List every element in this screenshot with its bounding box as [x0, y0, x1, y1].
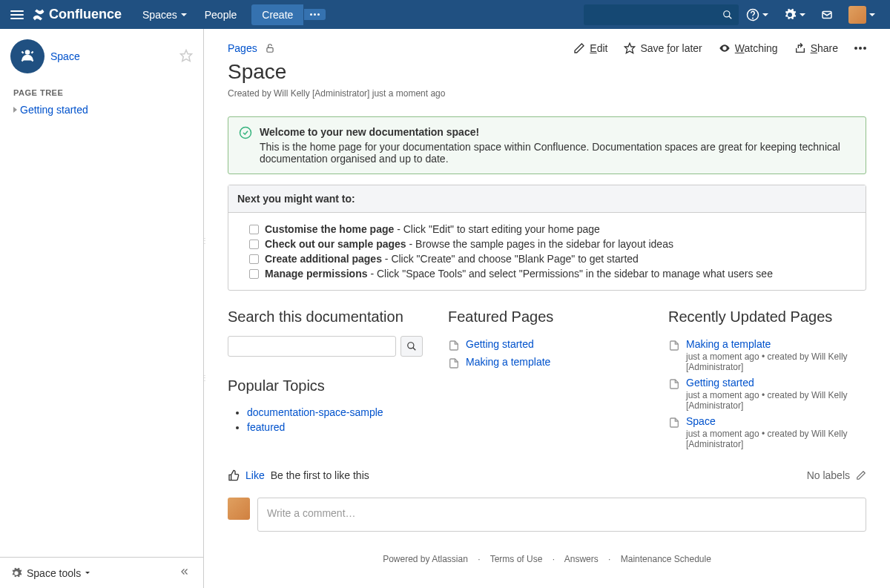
thumbs-up-icon: [228, 469, 240, 481]
notifications-icon[interactable]: [813, 8, 841, 22]
doc-search-input[interactable]: [228, 336, 396, 357]
no-labels-text: No labels: [807, 469, 850, 481]
search-heading: Search this documentation: [228, 308, 426, 326]
comment-input[interactable]: Write a comment…: [257, 498, 866, 532]
edit-labels-icon[interactable]: [856, 470, 866, 480]
page-row: Getting startedjust a moment ago • creat…: [668, 374, 866, 413]
more-actions-button[interactable]: [854, 47, 866, 50]
watching-button[interactable]: Watching: [719, 42, 778, 54]
page-link[interactable]: Making a template: [686, 338, 771, 350]
checklist-item: Manage permissions - Click "Space Tools"…: [249, 266, 857, 281]
space-logo-icon[interactable]: [10, 39, 44, 73]
global-search-input[interactable]: [590, 9, 722, 20]
confluence-logo[interactable]: Confluence: [31, 7, 122, 22]
like-count-text: Be the first to like this: [271, 469, 369, 481]
app-switcher-icon[interactable]: [7, 6, 27, 24]
nav-people[interactable]: People: [196, 3, 246, 27]
checkbox[interactable]: [249, 254, 259, 264]
space-name-link[interactable]: Space: [50, 50, 174, 62]
topic-link[interactable]: documentation-space-sample: [247, 406, 383, 418]
create-more-button[interactable]: [304, 9, 326, 20]
page-icon: [448, 357, 460, 369]
page-icon: [668, 417, 680, 429]
page-meta: just a moment ago • created by Will Kell…: [686, 429, 866, 449]
page-row: Making a template: [448, 354, 646, 371]
svg-rect-7: [267, 47, 273, 52]
nav-spaces[interactable]: Spaces: [134, 3, 196, 27]
like-button[interactable]: Like: [245, 469, 265, 481]
list-item: documentation-space-sample: [247, 405, 426, 420]
page-link[interactable]: Space: [686, 415, 716, 427]
star-icon[interactable]: [179, 49, 193, 65]
search-icon: [406, 341, 417, 351]
edit-button[interactable]: EEditdit: [573, 42, 607, 54]
tree-item: Getting started: [0, 102, 203, 118]
settings-icon[interactable]: [776, 8, 813, 22]
svg-point-0: [724, 10, 730, 16]
svg-line-1: [729, 16, 732, 19]
recent-heading: Recently Updated Pages: [668, 308, 866, 326]
check-circle-icon: [239, 126, 252, 139]
footer-answers[interactable]: Answers: [564, 554, 599, 564]
recent-column: Recently Updated Pages Making a template…: [668, 308, 866, 452]
page-icon: [448, 340, 460, 351]
featured-column: Featured Pages Getting startedMaking a t…: [448, 308, 646, 452]
pencil-icon: [573, 42, 585, 54]
checkbox[interactable]: [249, 269, 259, 279]
svg-marker-6: [181, 50, 192, 61]
unlock-icon[interactable]: [265, 43, 275, 53]
search-column: Search this documentation Popular Topics…: [228, 308, 426, 452]
brand-text: Confluence: [49, 7, 122, 22]
sidebar: Space PAGE TREE Getting started ⋮ ⋮ Spac…: [0, 29, 204, 588]
global-search[interactable]: [584, 4, 739, 25]
page-row: Spacejust a moment ago • created by Will…: [668, 413, 866, 452]
svg-line-11: [413, 348, 416, 351]
space-header: Space: [0, 29, 203, 81]
page-link[interactable]: Getting started: [466, 338, 534, 350]
breadcrumb-pages[interactable]: Pages: [228, 42, 257, 54]
topic-link[interactable]: featured: [247, 421, 285, 433]
svg-point-10: [408, 343, 414, 348]
next-steps-panel: Next you might want to: Customise the ho…: [228, 185, 866, 291]
collapse-sidebar-icon[interactable]: [177, 564, 193, 582]
help-icon[interactable]: [739, 8, 776, 22]
profile-menu[interactable]: [841, 6, 883, 24]
gear-icon: [10, 567, 22, 579]
page-icon: [668, 378, 680, 390]
nav-links: Spaces People Create: [134, 3, 326, 27]
tree-link-getting-started[interactable]: Getting started: [20, 104, 88, 116]
page-footer: Powered by Atlassian · Terms of Use · An…: [228, 532, 866, 575]
welcome-title: Welcome to your new documentation space!: [260, 126, 855, 138]
doc-search-button[interactable]: [400, 336, 423, 357]
popular-heading: Popular Topics: [228, 377, 426, 394]
comment-area: Write a comment…: [228, 498, 866, 532]
share-icon: [794, 42, 806, 54]
welcome-panel: Welcome to your new documentation space!…: [228, 116, 866, 174]
page-meta: Created by Will Kelly [Administrator] ju…: [228, 88, 866, 99]
like-bar: Like Be the first to like this No labels: [228, 469, 866, 481]
page-tree-label: PAGE TREE: [0, 81, 203, 102]
checkbox[interactable]: [249, 225, 259, 234]
page-link[interactable]: Making a template: [466, 356, 550, 368]
svg-point-3: [753, 18, 754, 19]
footer-maintenance[interactable]: Maintenance Schedule: [621, 554, 711, 564]
checklist-item: Customise the home page - Click "Edit" t…: [249, 222, 857, 237]
welcome-body: This is the home page for your documenta…: [260, 141, 855, 165]
page-link[interactable]: Getting started: [686, 377, 754, 389]
breadcrumb: Pages: [228, 42, 275, 54]
checkbox[interactable]: [249, 240, 259, 249]
create-button[interactable]: Create: [251, 4, 303, 25]
svg-point-9: [240, 128, 251, 139]
checklist-item: Check out our sample pages - Browse the …: [249, 237, 857, 251]
search-icon: [722, 10, 733, 20]
eye-icon: [719, 42, 731, 54]
top-nav: Confluence Spaces People Create: [0, 0, 890, 29]
avatar: [848, 6, 866, 24]
expand-icon[interactable]: [13, 107, 17, 113]
save-for-later-button[interactable]: Save for later: [624, 42, 702, 54]
next-steps-header: Next you might want to:: [228, 185, 866, 213]
footer-terms[interactable]: Terms of Use: [490, 554, 543, 564]
star-icon: [624, 42, 636, 54]
share-button[interactable]: Share: [794, 42, 838, 54]
space-tools[interactable]: Space tools: [0, 557, 203, 588]
